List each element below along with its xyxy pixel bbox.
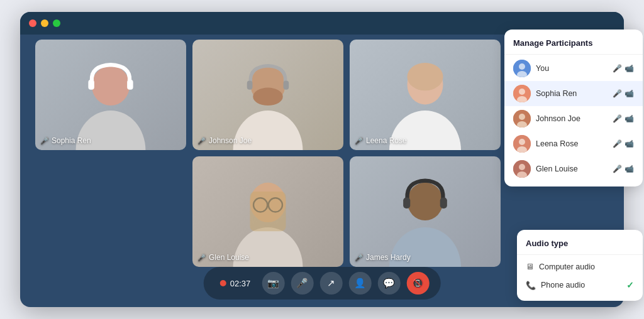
record-timer: 02:37 [230, 279, 251, 288]
svg-point-35 [519, 164, 525, 170]
chat-button[interactable]: 💬 [377, 272, 400, 295]
chat-icon: 💬 [383, 278, 395, 289]
video-icon-you: 📹 [625, 64, 634, 73]
svg-point-32 [519, 139, 525, 145]
participant-name-leena: Leena Rose [536, 139, 608, 148]
participant-item-sophia[interactable]: Sophia Ren 🎤 📹 [504, 81, 643, 106]
audio-type-panel: Audio type 🖥 Computer audio 📞 Phone audi… [517, 230, 643, 301]
svg-point-0 [92, 65, 130, 105]
minimize-button[interactable] [41, 19, 48, 27]
svg-point-5 [253, 87, 283, 105]
avatar-glen [513, 160, 531, 178]
video-label-james: 🎤 James Hardy [355, 253, 411, 262]
avatar-johnson [513, 110, 531, 127]
participants-panel: Manage Participants You 🎤 📹 [504, 30, 643, 187]
camera-button[interactable]: 📷 [262, 272, 284, 295]
mic-icon-sophia: 🎤 [40, 137, 49, 145]
end-call-icon: 📵 [412, 278, 424, 289]
participants-button[interactable]: 👤 [348, 272, 371, 295]
participant-item-johnson[interactable]: Johnson Joe 🎤 📹 [504, 106, 643, 131]
selected-check-icon: ✓ [626, 280, 634, 290]
mic-icon-johnson: 🎤 [197, 137, 206, 145]
video-label-leena: 🎤 Leena Rose [355, 136, 407, 145]
avatar-leena [513, 135, 531, 153]
record-indicator [220, 280, 226, 286]
participant-item-leena[interactable]: Leena Rose 🎤 📹 [504, 131, 643, 156]
end-call-button[interactable]: 📵 [406, 272, 429, 295]
svg-rect-8 [284, 80, 289, 89]
mic-icon-leena: 🎤 [355, 137, 364, 145]
video-label-sophia: 🎤 Sophia Ren [40, 136, 91, 145]
camera-icon: 📷 [267, 278, 279, 289]
participants-panel-title: Manage Participants [504, 38, 643, 55]
svg-point-18 [407, 182, 443, 220]
mute-icon-sophia: 🎤 [613, 89, 622, 98]
audio-option-phone[interactable]: 📞 Phone audio ✓ [517, 276, 643, 295]
video-cell-glen: 🎤 Glen Louise [192, 156, 343, 267]
microphone-button[interactable]: 🎤 [291, 272, 313, 295]
participant-controls-johnson: 🎤 📹 [613, 114, 634, 123]
control-bar: 02:37 📷 🎤 ↗ 👤 💬 📵 [204, 267, 441, 300]
participants-icon: 👤 [354, 278, 366, 289]
svg-rect-7 [247, 80, 253, 89]
mute-icon-you: 🎤 [613, 64, 622, 73]
video-cell-leena: 🎤 Leena Rose [350, 40, 501, 150]
mute-icon-glen: 🎤 [613, 165, 622, 173]
svg-point-26 [519, 89, 525, 95]
microphone-icon: 🎤 [296, 278, 308, 289]
svg-rect-17 [250, 192, 286, 231]
maximize-button[interactable] [53, 19, 60, 27]
video-cell-johnson: 🎤 Johnson Joe [192, 40, 343, 150]
app-window: 🎤 Sophia Ren 🎤 Johnson Joe [20, 12, 624, 307]
video-icon-johnson: 📹 [625, 114, 634, 123]
top-video-row: 🎤 Sophia Ren 🎤 Johnson Joe [35, 40, 501, 150]
video-icon-glen: 📹 [625, 165, 634, 173]
mic-icon-glen: 🎤 [197, 254, 206, 262]
mute-icon-johnson: 🎤 [613, 114, 622, 123]
participant-controls-glen: 🎤 📹 [613, 165, 634, 173]
mute-icon-leena: 🎤 [613, 139, 622, 148]
video-icon-leena: 📹 [625, 139, 634, 148]
svg-point-23 [519, 63, 525, 70]
participant-name-you: You [536, 64, 608, 73]
close-button[interactable] [29, 19, 36, 27]
record-button[interactable]: 02:37 [215, 272, 256, 295]
video-cell-sophia: 🎤 Sophia Ren [35, 40, 186, 150]
audio-panel-title: Audio type [517, 239, 643, 255]
audio-label-phone: Phone audio [541, 281, 621, 289]
svg-point-11 [407, 63, 443, 90]
participant-controls-you: 🎤 📹 [613, 64, 634, 73]
avatar-sophia [513, 85, 531, 102]
video-label-glen: 🎤 Glen Louise [197, 253, 249, 262]
participant-controls-sophia: 🎤 📹 [613, 89, 634, 98]
avatar-you [513, 60, 531, 77]
participant-name-johnson: Johnson Joe [536, 114, 608, 123]
share-icon: ↗ [327, 278, 335, 289]
share-button[interactable]: ↗ [319, 272, 342, 295]
participant-name-sophia: Sophia Ren [536, 89, 608, 98]
video-icon-sophia: 📹 [625, 89, 634, 98]
audio-label-computer: Computer audio [539, 262, 634, 271]
participant-controls-leena: 🎤 📹 [613, 139, 634, 148]
svg-rect-20 [403, 197, 410, 208]
video-label-johnson: 🎤 Johnson Joe [197, 136, 252, 145]
monitor-icon: 🖥 [526, 262, 534, 271]
participant-item-glen[interactable]: Glen Louise 🎤 📹 [504, 156, 643, 181]
svg-rect-21 [440, 197, 447, 208]
bottom-video-row: 🎤 Glen Louise 🎤 James Hardy [35, 156, 501, 267]
mic-icon-james: 🎤 [355, 254, 364, 262]
participant-item-you[interactable]: You 🎤 📹 [504, 56, 643, 81]
video-cell-james: 🎤 James Hardy [350, 156, 501, 267]
svg-rect-2 [88, 80, 94, 90]
svg-point-29 [519, 114, 525, 120]
audio-option-computer[interactable]: 🖥 Computer audio [517, 257, 643, 276]
phone-icon: 📞 [526, 281, 536, 290]
participant-name-glen: Glen Louise [536, 165, 608, 173]
svg-rect-3 [127, 80, 133, 90]
